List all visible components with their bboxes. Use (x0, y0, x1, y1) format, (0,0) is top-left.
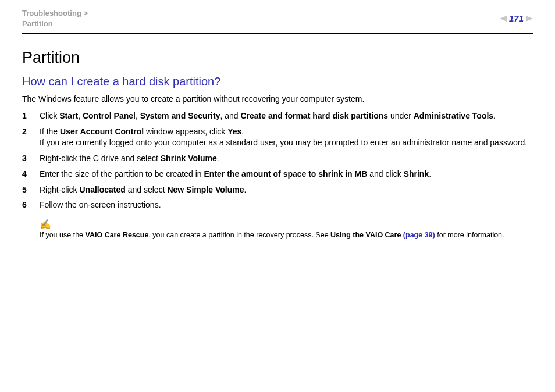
step-4: Enter the size of the partition to be cr… (22, 169, 533, 180)
prev-page-icon[interactable] (500, 16, 507, 22)
note-icon: ✍ (40, 219, 533, 230)
step-6: Follow the on-screen instructions. (22, 199, 533, 211)
steps-list: Click Start, Control Panel, System and S… (22, 111, 533, 211)
section-heading: How can I create a hard disk partition? (22, 75, 533, 88)
page-navigation: 171 (500, 13, 533, 23)
breadcrumb-current: Partition (22, 19, 53, 28)
breadcrumb-parent: Troubleshooting > (22, 9, 88, 17)
next-page-icon[interactable] (526, 16, 533, 22)
page-number: 171 (509, 13, 524, 23)
page-header: Troubleshooting > Partition 171 (22, 8, 533, 34)
step-2: If the User Account Control window appea… (22, 126, 533, 148)
page-link[interactable]: (page 39) (403, 231, 435, 239)
step-1: Click Start, Control Panel, System and S… (22, 111, 533, 122)
step-5: Right-click Unallocated and select New S… (22, 184, 533, 195)
breadcrumb: Troubleshooting > Partition (22, 8, 88, 28)
note-block: ✍ If you use the VAIO Care Rescue, you c… (22, 219, 533, 239)
intro-text: The Windows feature allows you to create… (22, 94, 533, 104)
step-3: Right-click the C drive and select Shrin… (22, 153, 533, 164)
page-title: Partition (22, 49, 533, 67)
document-page: Troubleshooting > Partition 171 Partitio… (0, 0, 555, 239)
